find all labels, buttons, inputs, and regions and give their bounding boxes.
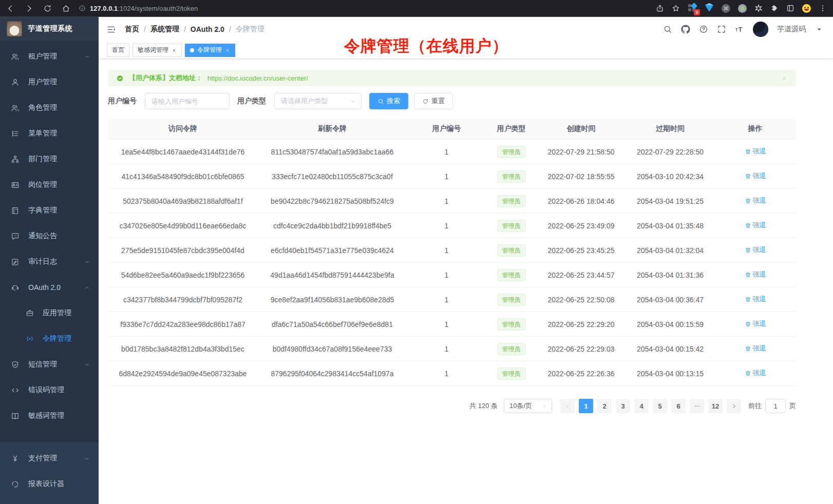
force-logout-button[interactable]: 强退 [745,344,766,353]
force-logout-button[interactable]: 强退 [745,147,766,156]
cell-expire-time: 2054-03-04 01:31:36 [626,271,714,279]
share-icon[interactable] [656,4,664,12]
breadcrumb-item[interactable]: 首页 [125,25,139,34]
cell-actions: 强退 [714,369,796,378]
app-logo[interactable]: 芋道管理系统 [0,17,99,41]
code-icon [11,386,20,395]
alert-close-icon[interactable] [781,75,788,82]
cell-access-token: c342377bf8b344799dcbf7bf095287f2 [108,296,258,304]
github-icon[interactable] [681,25,690,34]
sidebar-item-error-code[interactable]: 错误码管理 [0,377,99,403]
cell-expire-time: 2054-03-04 00:15:42 [626,345,714,353]
cell-user-type: 管理员 [486,269,536,281]
browser-home-button[interactable] [62,4,70,13]
tab-home[interactable]: 首页 [107,44,129,57]
tab-sensitive-word[interactable]: 敏感词管理 [132,44,182,57]
search-button[interactable]: 搜索 [369,93,408,109]
sidebar-item-report-designer[interactable]: 报表设计器 [0,471,99,497]
tab-groups-icon[interactable] [786,4,794,12]
breadcrumb-item[interactable]: 系统管理 [150,25,179,34]
pager-page-button[interactable]: 2 [597,399,612,413]
tab-close-icon[interactable] [225,48,230,53]
sidebar-item-pay[interactable]: 支付管理 [0,445,99,471]
tab-token[interactable]: 令牌管理 [185,44,235,57]
pager-page-button[interactable]: 6 [671,399,686,413]
force-logout-button[interactable]: 强退 [745,270,766,279]
doc-alert-banner: 【用户体系】文档地址： https://doc.iocoder.cn/user-… [108,70,796,86]
pager-page-button[interactable]: 5 [653,399,667,413]
bookmark-star-icon[interactable] [672,4,680,12]
pager-more-button[interactable] [690,399,704,413]
force-logout-button[interactable]: 强退 [745,221,766,230]
extension-gem-icon[interactable] [705,4,714,13]
sidebar-item-user[interactable]: 用户管理 [0,69,99,95]
browser-forward-button[interactable] [25,4,33,13]
profile-avatar-icon[interactable] [802,4,811,13]
table-row: 1ea5e44f8bc1467aaede43144f31de76811c5304… [108,140,796,164]
browser-reload-button[interactable] [43,4,52,13]
sidebar-item-role[interactable]: 角色管理 [0,95,99,121]
avatar[interactable] [753,22,768,37]
trash-icon [745,247,751,254]
pager-page-button[interactable]: 1 [579,399,593,413]
trash-icon [745,296,751,303]
sidebar-item-oauth2-app[interactable]: 应用管理 [0,300,99,326]
page-info-icon[interactable] [79,5,86,12]
force-logout-button[interactable]: 强退 [745,295,766,304]
force-logout-button[interactable]: 强退 [745,171,766,181]
fullscreen-icon[interactable] [717,25,726,34]
force-logout-button[interactable]: 强退 [745,196,766,205]
pager-prev-button[interactable] [560,399,575,413]
pager-page-button[interactable]: 4 [634,399,649,413]
sidebar-item-oauth2[interactable]: OAuth 2.0 [0,275,99,300]
force-logout-label: 强退 [753,245,766,255]
user-type-select[interactable]: 请选择用户类型 [274,93,362,109]
sidebar-item-sensitive-word[interactable]: 敏感词管理 [0,403,99,429]
user-id-input[interactable] [145,93,230,109]
search-icon[interactable] [663,25,672,34]
reset-button[interactable]: 重置 [414,93,453,109]
cell-access-token: c347026e805e4d99b0d116eae66eda8c [108,222,258,230]
cell-refresh-token: b0df4980ffd34c67a08f9156e4eee733 [258,345,407,353]
sidebar-item-notice[interactable]: 通知公告 [0,223,99,249]
sidebar-item-tenant[interactable]: 租户管理 [0,44,99,69]
address-bar[interactable]: 127.0.0.1:1024/system/oauth2/token [79,5,656,12]
force-logout-button[interactable]: 强退 [745,369,766,378]
breadcrumb-item[interactable]: OAuth 2.0 [191,25,224,33]
font-size-icon[interactable]: TT [735,25,744,34]
username[interactable]: 芋道源码 [777,25,806,34]
table-row: 41c41346a548490f9dc8b01c6bfe0865333ecfc7… [108,164,796,189]
sidebar-item-audit-log[interactable]: 审计日志 [0,249,99,275]
force-logout-button[interactable]: 强退 [745,245,766,255]
briefcase-icon [26,309,34,317]
extension-star-icon[interactable] [754,4,763,12]
browser-menu-icon[interactable] [819,4,827,12]
tab-close-icon[interactable] [172,48,177,53]
pager-page-button[interactable]: 3 [616,399,630,413]
sidebar-item-dict[interactable]: 字典管理 [0,198,99,223]
sidebar-item-post[interactable]: 岗位管理 [0,172,99,198]
sidebar-item-sms[interactable]: 短信管理 [0,352,99,377]
sidebar-toggle-icon[interactable] [106,25,116,34]
extensions-puzzle-icon[interactable] [770,4,779,12]
user-type-placeholder: 请选择用户类型 [281,96,328,106]
sidebar: 芋道管理系统 租户管理用户管理角色管理菜单管理部门管理岗位管理字典管理通知公告审… [0,17,99,504]
pager-next-button[interactable] [727,399,741,413]
goto-page-input[interactable] [765,399,786,413]
alert-doc-link[interactable]: https://doc.iocoder.cn/user-center/ [207,74,308,82]
user-dropdown-caret-icon[interactable] [815,25,824,34]
extension-circle-icon[interactable] [738,4,747,13]
browser-chrome: 127.0.0.1:1024/system/oauth2/token 9 ⌘ [0,0,833,17]
page-size-select[interactable]: 10条/页 [504,399,552,413]
force-logout-button[interactable]: 强退 [745,319,766,328]
pager-page-button[interactable]: 12 [708,399,723,413]
browser-back-button[interactable] [6,4,15,13]
help-icon[interactable] [699,25,708,34]
cell-user-id: 1 [407,222,486,230]
extension-grid-icon[interactable]: 9 [688,4,697,13]
sidebar-item-oauth2-token[interactable]: A令牌管理 [0,326,99,352]
sidebar-item-dept[interactable]: 部门管理 [0,146,99,172]
shield-check-icon [11,360,20,369]
extension-command-icon[interactable]: ⌘ [722,4,730,13]
sidebar-item-menu[interactable]: 菜单管理 [0,121,99,146]
